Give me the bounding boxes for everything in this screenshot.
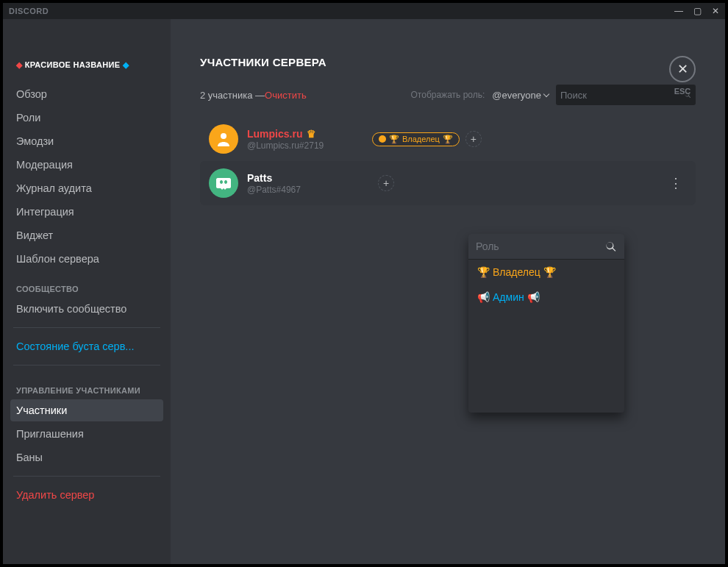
role-color-dot bbox=[379, 135, 386, 143]
sidebar-item-integrations[interactable]: Интеграция bbox=[10, 201, 163, 223]
member-tag: @Patts#4967 bbox=[247, 185, 372, 195]
window-close-button[interactable]: ✕ bbox=[712, 6, 719, 16]
clear-members-button[interactable]: Очистить bbox=[265, 90, 307, 101]
sidebar-section-member-management: УПРАВЛЕНИЕ УЧАСТНИКАМИ bbox=[10, 373, 163, 399]
sidebar-item-bans[interactable]: Баны bbox=[10, 446, 163, 468]
window-minimize-button[interactable]: — bbox=[674, 6, 683, 16]
sidebar-item-roles[interactable]: Роли bbox=[10, 107, 163, 129]
server-name-header: ◆ КРАСИВОЕ НАЗВАНИЕ ◆ bbox=[10, 56, 163, 83]
member-more-button[interactable]: ⋮ bbox=[665, 176, 687, 190]
member-name: Lumpics.ru ♛ bbox=[247, 128, 372, 140]
add-role-button[interactable]: + bbox=[465, 131, 482, 147]
chevron-down-icon bbox=[543, 91, 549, 97]
svg-point-0 bbox=[221, 133, 226, 139]
titlebar: DISCORD — ▢ ✕ bbox=[3, 3, 725, 19]
members-toolbar: 2 участника — Очистить Отображать роль: … bbox=[200, 85, 696, 105]
close-settings-button[interactable]: ✕ bbox=[669, 56, 696, 82]
window-maximize-button[interactable]: ▢ bbox=[693, 6, 702, 16]
role-option-admin[interactable]: 📢 Админ 📢 bbox=[468, 285, 624, 310]
avatar[interactable] bbox=[209, 168, 238, 198]
settings-sidebar: ◆ КРАСИВОЕ НАЗВАНИЕ ◆ Обзор Роли Эмодзи … bbox=[3, 19, 171, 564]
member-name: Patts bbox=[247, 172, 372, 184]
sidebar-item-members[interactable]: Участники bbox=[10, 399, 163, 421]
role-option-owner[interactable]: 🏆 Владелец 🏆 bbox=[468, 260, 624, 285]
sidebar-divider bbox=[13, 365, 160, 365]
page-title: УЧАСТНИКИ СЕРВЕРА bbox=[200, 56, 696, 68]
content-pane: ✕ ESC УЧАСТНИКИ СЕРВЕРА 2 участника — Оч… bbox=[171, 19, 725, 564]
sidebar-item-emoji[interactable]: Эмодзи bbox=[10, 130, 163, 152]
role-picker-popup: 🏆 Владелец 🏆 📢 Админ 📢 bbox=[468, 234, 624, 413]
sidebar-item-overview[interactable]: Обзор bbox=[10, 83, 163, 105]
sidebar-item-moderation[interactable]: Модерация bbox=[10, 154, 163, 176]
esc-label: ESC bbox=[669, 87, 696, 96]
role-filter-label: Отображать роль: bbox=[411, 90, 485, 100]
sidebar-item-widget[interactable]: Виджет bbox=[10, 224, 163, 246]
role-search-input[interactable] bbox=[476, 240, 604, 252]
crown-icon: ♛ bbox=[307, 128, 316, 140]
sidebar-item-boost-status[interactable]: Состояние буста серв... bbox=[10, 335, 163, 357]
app-logo: DISCORD bbox=[9, 7, 49, 15]
member-row: Lumpics.ru ♛ @Lumpics.ru#2719 🏆 Владелец… bbox=[200, 117, 696, 161]
search-icon bbox=[604, 240, 617, 253]
member-count: 2 участника — bbox=[200, 90, 265, 101]
sidebar-divider bbox=[13, 327, 160, 328]
sidebar-divider bbox=[13, 476, 160, 477]
sidebar-item-server-template[interactable]: Шаблон сервера bbox=[10, 248, 163, 270]
member-row: Patts @Patts#4967 + ⋮ bbox=[200, 161, 696, 205]
add-role-button[interactable]: + bbox=[378, 175, 394, 191]
sidebar-item-invites[interactable]: Приглашения bbox=[10, 423, 163, 445]
avatar[interactable] bbox=[209, 124, 238, 154]
sidebar-item-enable-community[interactable]: Включить сообщество bbox=[10, 298, 163, 320]
role-badge-owner[interactable]: 🏆 Владелец 🏆 bbox=[372, 132, 460, 146]
search-input[interactable] bbox=[560, 90, 684, 101]
sidebar-item-delete-server[interactable]: Удалить сервер bbox=[10, 484, 163, 506]
sidebar-section-community: СООБЩЕСТВО bbox=[10, 271, 163, 298]
role-filter-dropdown[interactable]: @everyone bbox=[492, 90, 549, 101]
sidebar-item-audit-log[interactable]: Журнал аудита bbox=[10, 177, 163, 199]
member-tag: @Lumpics.ru#2719 bbox=[247, 140, 372, 151]
